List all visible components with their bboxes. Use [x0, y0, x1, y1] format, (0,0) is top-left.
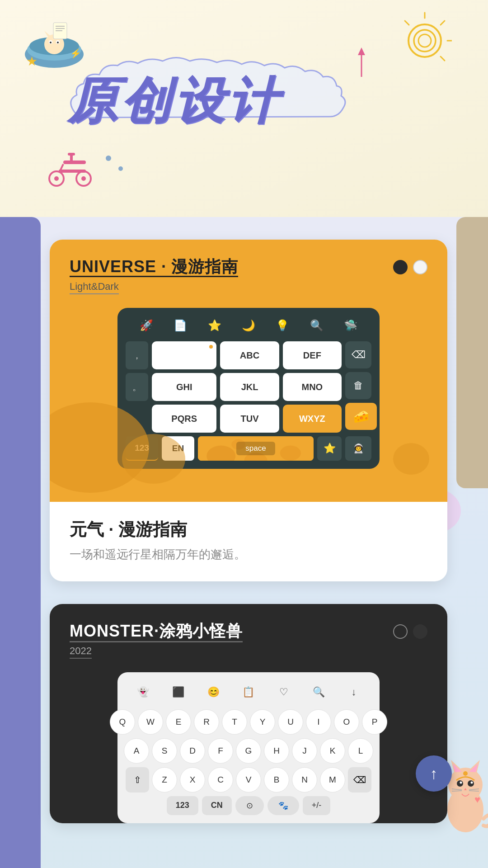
key-d[interactable]: D	[180, 738, 205, 764]
key-v[interactable]: V	[236, 767, 261, 793]
key-y[interactable]: Y	[250, 709, 275, 735]
key-star-btn[interactable]: ⭐	[317, 436, 342, 461]
key-space-bar[interactable]: space	[198, 436, 314, 461]
universe-card[interactable]: UNIVERSE · 漫游指南 Light&Dark 🚀 📄 ⭐	[50, 240, 447, 581]
key-f[interactable]: F	[208, 738, 233, 764]
svg-point-7	[57, 42, 59, 43]
svg-rect-33	[59, 170, 86, 173]
sun-decoration	[389, 9, 452, 72]
key-tuv[interactable]: TUV	[220, 405, 279, 433]
svg-point-30	[54, 176, 59, 181]
key-ghi[interactable]: GHI	[152, 373, 216, 401]
monster-icon-clipboard[interactable]: 📋	[235, 681, 263, 703]
key-cheese[interactable]: 🧀	[345, 403, 377, 430]
scooter-decoration	[45, 145, 99, 190]
svg-line-20	[441, 21, 445, 25]
key-shift[interactable]: ⇧	[126, 767, 149, 793]
svg-point-42	[280, 446, 301, 461]
keyboard-icon-rocket[interactable]: 🚀	[138, 317, 155, 334]
key-mno[interactable]: MNO	[283, 373, 342, 401]
monster-key-cn[interactable]: CN	[202, 796, 232, 815]
key-k[interactable]: K	[320, 738, 345, 764]
universe-keyboard-name: 元气 · 漫游指南	[70, 518, 427, 541]
svg-marker-8	[44, 31, 51, 36]
key-delete-monster[interactable]: ⌫	[348, 767, 371, 793]
universe-card-title: UNIVERSE · 漫游指南	[70, 256, 238, 278]
monster-light-dot[interactable]	[393, 624, 408, 639]
svg-point-6	[50, 42, 52, 43]
monster-key-plusminus[interactable]: +/-	[303, 796, 331, 815]
cards-area: UNIVERSE · 漫游指南 Light&Dark 🚀 📄 ⭐	[0, 231, 488, 855]
keyboard-icon-star[interactable]: ⭐	[206, 317, 223, 334]
key-n[interactable]: N	[292, 767, 317, 793]
monster-toggle[interactable]	[393, 624, 427, 639]
key-b[interactable]: B	[264, 767, 289, 793]
key-z[interactable]: Z	[152, 767, 177, 793]
monster-icon-down[interactable]: ↓	[340, 681, 368, 703]
monster-icon-search[interactable]: 🔍	[305, 681, 333, 703]
monster-icon-heart[interactable]: ♡	[270, 681, 298, 703]
arrow-decoration	[352, 45, 371, 81]
key-i[interactable]: I	[306, 709, 331, 735]
key-jkl[interactable]: JKL	[220, 373, 279, 401]
universe-card-header: UNIVERSE · 漫游指南 Light&Dark 🚀 📄 ⭐	[50, 240, 447, 502]
keyboard-row-1: ， 。 ABC DEF	[126, 341, 371, 433]
key-pqrs[interactable]: PQRS	[152, 405, 216, 433]
monster-icon-square[interactable]: ⬛	[164, 681, 192, 703]
key-empty-1[interactable]	[152, 341, 216, 369]
universe-toggle[interactable]	[393, 260, 427, 274]
monster-keyboard-mockup: 👻 ⬛ 😊 📋 ♡ 🔍 ↓ Q W E R T	[117, 672, 380, 823]
key-l[interactable]: L	[348, 738, 373, 764]
key-o[interactable]: O	[334, 709, 359, 735]
key-a[interactable]: A	[124, 738, 149, 764]
key-backspace[interactable]: ⌫	[345, 341, 371, 368]
monster-card[interactable]: MONSTER·涂鸦小怪兽 2022 👻 ⬛ 😊 📋	[50, 604, 447, 823]
monster-card-title: MONSTER·涂鸦小怪兽	[70, 620, 243, 642]
key-trash[interactable]: 🗑	[345, 372, 371, 399]
universe-subtitle: Light&Dark	[70, 281, 119, 294]
svg-rect-26	[63, 160, 86, 164]
monster-key-paw[interactable]: 🐾	[267, 796, 299, 815]
svg-point-32	[81, 176, 86, 181]
svg-line-23	[405, 21, 409, 25]
dark-mode-dot[interactable]	[393, 260, 408, 274]
key-m[interactable]: M	[320, 767, 345, 793]
key-p[interactable]: P	[362, 709, 387, 735]
key-t[interactable]: T	[222, 709, 247, 735]
svg-point-18	[418, 34, 431, 47]
key-e[interactable]: E	[166, 709, 191, 735]
key-w[interactable]: W	[138, 709, 163, 735]
key-def[interactable]: DEF	[283, 341, 342, 369]
key-wxyz[interactable]: WXYZ	[283, 405, 342, 433]
key-j[interactable]: J	[292, 738, 317, 764]
key-s[interactable]: S	[152, 738, 177, 764]
keyboard-icon-moon[interactable]: 🌙	[240, 317, 257, 334]
key-g[interactable]: G	[236, 738, 261, 764]
key-u[interactable]: U	[278, 709, 303, 735]
key-comma[interactable]: ，	[126, 341, 148, 369]
monster-zxcv-row: ⇧ Z X C V B N M ⌫	[126, 767, 371, 793]
monster-key-123[interactable]: 123	[167, 796, 198, 815]
keyboard-icon-search[interactable]: 🔍	[308, 317, 325, 334]
key-o-punct[interactable]: 。	[126, 373, 148, 401]
monster-key-circle[interactable]: ⊙	[235, 796, 264, 815]
key-row-ghi-mno: GHI JKL MNO	[152, 373, 342, 401]
right-action-keys: ⌫ 🗑 🧀	[345, 341, 371, 433]
key-h[interactable]: H	[264, 738, 289, 764]
monster-icon-ghost[interactable]: 👻	[129, 681, 157, 703]
key-astronaut[interactable]: 👨‍🚀	[345, 436, 371, 461]
svg-marker-25	[358, 47, 365, 55]
key-q[interactable]: Q	[110, 709, 135, 735]
key-x[interactable]: X	[180, 767, 205, 793]
key-c[interactable]: C	[208, 767, 233, 793]
scroll-to-top-button[interactable]: ↑	[416, 755, 452, 792]
keyboard-icon-ufo[interactable]: 🛸	[342, 317, 359, 334]
keyboard-icon-page[interactable]: 📄	[172, 317, 189, 334]
light-mode-dot[interactable]	[413, 260, 427, 274]
monster-icon-emoji[interactable]: 😊	[199, 681, 227, 703]
monster-dark-dot[interactable]	[413, 624, 427, 639]
key-r[interactable]: R	[194, 709, 219, 735]
keyboard-icon-bulb[interactable]: 💡	[274, 317, 291, 334]
key-dot-indicator	[209, 345, 213, 349]
key-abc[interactable]: ABC	[220, 341, 279, 369]
